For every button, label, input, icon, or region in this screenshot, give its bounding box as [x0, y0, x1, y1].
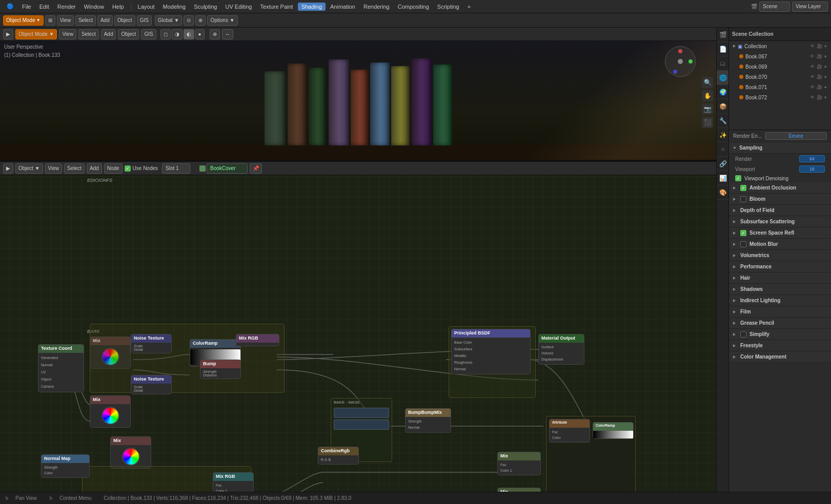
cam-070[interactable]: 🎥: [817, 74, 822, 79]
ren-067[interactable]: ●: [824, 54, 827, 59]
bloom-checkbox[interactable]: [740, 196, 746, 202]
menu-help[interactable]: Help: [109, 3, 128, 11]
ne-mode-btn[interactable]: ▶: [3, 163, 13, 174]
section-hair[interactable]: Hair: [729, 272, 831, 284]
menu-blender[interactable]: 🔵: [3, 2, 17, 11]
select-menu-btn[interactable]: Select: [75, 15, 96, 26]
node-mix-rgb[interactable]: Mix RGB: [236, 334, 279, 346]
node-principled-bsdf[interactable]: Principled BSDF Base ColorSubsurfaceMeta…: [451, 329, 531, 374]
workspace-uv-editing[interactable]: UV Editing: [221, 3, 255, 11]
overlays-btn[interactable]: ⊕: [210, 29, 220, 39]
denoising-checkbox[interactable]: ✓: [735, 175, 741, 181]
cam-069[interactable]: 🎥: [817, 64, 822, 69]
view-menu-btn[interactable]: View: [57, 15, 74, 26]
node-mix-3[interactable]: Mix: [110, 436, 151, 469]
use-nodes-checkbox[interactable]: ✓: [125, 165, 131, 172]
node-inner-2[interactable]: ColorRamp: [593, 422, 634, 439]
center-field-2[interactable]: [334, 419, 389, 430]
ne-select-btn[interactable]: Select: [64, 163, 85, 174]
camera-btn[interactable]: 🎥: [817, 44, 822, 49]
outliner-book-069[interactable]: Book.069 👁 🎥 ●: [729, 61, 831, 72]
ne-object-dropdown[interactable]: Object ▼: [15, 163, 43, 174]
center-field-1[interactable]: [334, 408, 389, 418]
render-region-icon[interactable]: ⬛: [702, 117, 713, 128]
collection-expand[interactable]: [733, 45, 736, 48]
ao-checkbox[interactable]: ✓: [740, 185, 746, 191]
slot-dropdown[interactable]: Slot 1: [162, 163, 190, 174]
vp-add-btn[interactable]: Add: [101, 29, 116, 39]
wireframe-btn[interactable]: ◻: [160, 29, 171, 39]
section-volumetrics[interactable]: Volumetrics: [729, 250, 831, 261]
vp-object-mode[interactable]: Object Mode ▼: [15, 29, 57, 39]
ren-069[interactable]: ●: [824, 64, 827, 69]
outliner-collection[interactable]: ▣ Collection 👁 🎥 ●: [729, 41, 831, 51]
mode-dropdown[interactable]: Object Mode ▼: [3, 15, 44, 26]
add-menu-btn[interactable]: Add: [97, 15, 113, 26]
node-mix-final[interactable]: Mix FacColor 1: [497, 452, 541, 475]
workspace-rendering[interactable]: Rendering: [360, 3, 393, 11]
menu-render[interactable]: Render: [54, 3, 79, 11]
tab-constraints[interactable]: 🔗: [717, 157, 729, 171]
menu-window[interactable]: Window: [80, 3, 108, 11]
node-material-output[interactable]: Material Output SurfaceVolumeDisplacemen…: [538, 334, 584, 365]
ne-view-btn[interactable]: View: [45, 163, 63, 174]
section-color-management[interactable]: Color Management: [729, 351, 831, 363]
workspace-shading[interactable]: Shading: [298, 3, 326, 11]
tab-material[interactable]: 🎨: [717, 185, 729, 200]
tab-scene[interactable]: 🌐: [717, 71, 729, 85]
section-ao[interactable]: ✓ Ambient Occlusion: [729, 182, 831, 194]
workspace-compositing[interactable]: Compositing: [394, 3, 433, 11]
section-film[interactable]: Film: [729, 306, 831, 318]
render-engine-value[interactable]: Eevee: [765, 132, 827, 140]
magnify-icon[interactable]: 🔍: [702, 77, 713, 88]
rendered-btn[interactable]: ●: [195, 29, 205, 39]
ren-071[interactable]: ●: [824, 85, 827, 90]
outliner-book-070[interactable]: Book.070 👁 🎥 ●: [729, 72, 831, 82]
scene-dropdown[interactable]: Scene: [759, 2, 790, 12]
workspace-layout[interactable]: Layout: [134, 3, 158, 11]
node-noise-tex-2[interactable]: Noise Texture ScaleDetail: [131, 375, 172, 394]
section-sampling[interactable]: Sampling: [729, 142, 831, 154]
section-bloom[interactable]: Bloom: [729, 194, 831, 205]
viewport-tools-btn[interactable]: ⊞: [45, 15, 55, 26]
outliner-book-067[interactable]: Book.067 👁 🎥 ●: [729, 51, 831, 61]
eye-070[interactable]: 👁: [810, 74, 815, 79]
vp-select-btn[interactable]: Select: [78, 29, 99, 39]
workspace-scripting[interactable]: Scripting: [434, 3, 463, 11]
solid-btn[interactable]: ◑: [172, 29, 183, 39]
tab-data[interactable]: 📊: [717, 171, 729, 185]
eye-072[interactable]: 👁: [810, 95, 815, 100]
navigation-gizmo[interactable]: [665, 46, 696, 77]
object-menu-btn[interactable]: Object: [114, 15, 135, 26]
viewport-area[interactable]: ▶ Object Mode ▼ View Select Add Object G…: [0, 28, 716, 161]
vp-gis-btn[interactable]: GIS: [141, 29, 156, 39]
tab-render[interactable]: 🎬: [717, 28, 729, 42]
workspace-texture-paint[interactable]: Texture Paint: [256, 3, 296, 11]
section-motion-blur[interactable]: Motion Blur: [729, 239, 831, 250]
node-combine-rgb[interactable]: CombineRgb R G B: [318, 447, 359, 465]
node-bump-mix[interactable]: BumpBumpMix StrengthNormal: [405, 408, 451, 433]
section-performance[interactable]: Performance: [729, 261, 831, 272]
section-ssr[interactable]: ✓ Screen Space Refl: [729, 227, 831, 239]
section-shadows[interactable]: Shadows: [729, 284, 831, 295]
node-canvas[interactable]: EDICIONFS BARK Texture Coord GeneratedNo…: [0, 175, 716, 504]
eye-067[interactable]: 👁: [810, 54, 815, 59]
viewport-value[interactable]: 16: [799, 165, 825, 173]
eye-btn[interactable]: 👁: [810, 44, 815, 49]
menu-file[interactable]: File: [18, 3, 35, 11]
workspace-animation[interactable]: Animation: [327, 3, 359, 11]
node-bump[interactable]: Bump StrengthDistance: [200, 360, 241, 379]
workspace-modeling[interactable]: Modeling: [159, 3, 190, 11]
node-inner-1[interactable]: Attribute FacColor: [549, 419, 590, 443]
gis-menu-btn[interactable]: GIS: [137, 15, 152, 26]
section-indirect-lighting[interactable]: Indirect Lighting: [729, 295, 831, 306]
menu-edit[interactable]: Edit: [36, 3, 53, 11]
vp-object-btn[interactable]: Object: [118, 29, 139, 39]
material-preview-btn[interactable]: ◐: [184, 29, 194, 39]
vp-view-btn[interactable]: View: [59, 29, 76, 39]
section-sss[interactable]: Subsurface Scattering: [729, 216, 831, 227]
section-dof[interactable]: Depth of Field: [729, 205, 831, 216]
node-texture-coord[interactable]: Texture Coord GeneratedNormalUVObjectCam…: [38, 344, 84, 392]
snap-btn[interactable]: ⊙: [184, 15, 194, 26]
simplify-checkbox[interactable]: [740, 331, 746, 338]
